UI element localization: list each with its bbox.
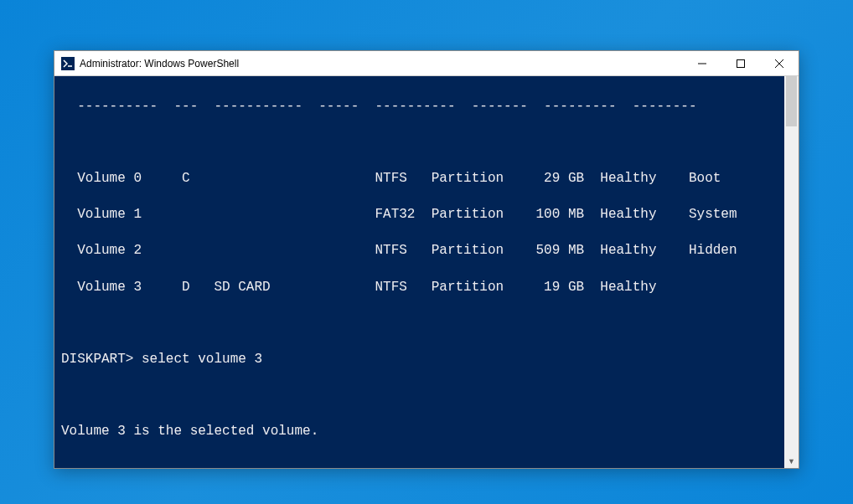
table-row: Volume 2 NTFS Partition 509 MB Healthy H… bbox=[61, 242, 781, 260]
blank-line bbox=[61, 387, 781, 405]
svg-rect-2 bbox=[737, 59, 745, 67]
powershell-icon bbox=[61, 57, 75, 70]
divider-line: ---------- --- ----------- ----- -------… bbox=[61, 98, 781, 116]
powershell-window: Administrator: Windows PowerShell ------… bbox=[54, 50, 799, 469]
titlebar[interactable]: Administrator: Windows PowerShell bbox=[54, 51, 799, 76]
terminal-area[interactable]: ---------- --- ----------- ----- -------… bbox=[54, 76, 784, 468]
scrollbar[interactable]: ▲ ▼ bbox=[784, 76, 799, 468]
output-line: Volume 3 is the selected volume. bbox=[61, 423, 781, 441]
close-button[interactable] bbox=[760, 51, 799, 75]
blank-line bbox=[61, 315, 781, 333]
table-row: Volume 3 D SD CARD NTFS Partition 19 GB … bbox=[61, 279, 781, 297]
window-controls bbox=[683, 51, 799, 75]
window-title: Administrator: Windows PowerShell bbox=[80, 58, 683, 69]
scroll-down-icon[interactable]: ▼ bbox=[784, 454, 799, 468]
table-row: Volume 1 FAT32 Partition 100 MB Healthy … bbox=[61, 206, 781, 224]
maximize-button[interactable] bbox=[721, 51, 760, 75]
blank-line bbox=[61, 459, 781, 468]
prompt-line: DISKPART> select volume 3 bbox=[61, 351, 781, 369]
minimize-button[interactable] bbox=[683, 51, 721, 75]
blank-line bbox=[61, 134, 781, 152]
terminal-area-wrap: ---------- --- ----------- ----- -------… bbox=[54, 76, 799, 468]
scroll-thumb[interactable] bbox=[786, 76, 797, 126]
table-row: Volume 0 C NTFS Partition 29 GB Healthy … bbox=[61, 170, 781, 188]
